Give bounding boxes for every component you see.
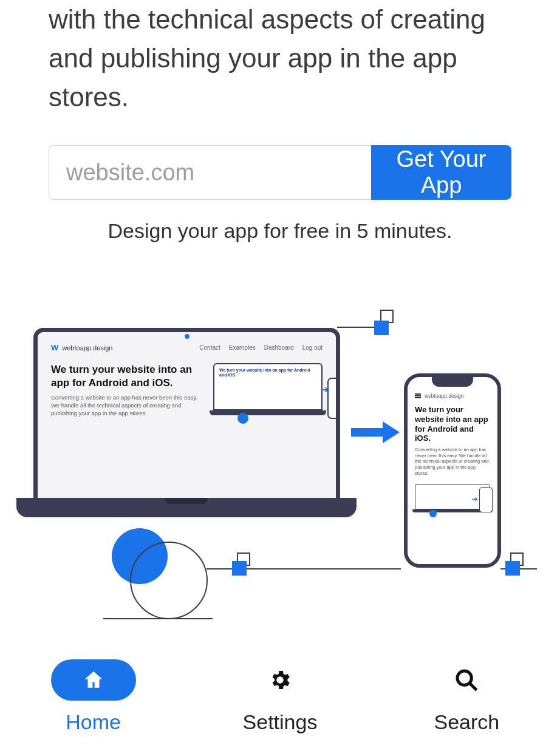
- site-body-text: Converting a website to an app has never…: [51, 394, 202, 417]
- nav-label: Settings: [243, 710, 318, 734]
- gear-icon: [268, 668, 292, 692]
- bottom-navigation: Home Settings Search: [0, 645, 560, 748]
- nav-contact: Contact: [199, 344, 220, 351]
- svg-point-0: [457, 671, 471, 685]
- nav-logout: Log out: [302, 344, 323, 351]
- arrow-right-icon: ➔: [472, 495, 478, 503]
- decorative-circle-outline: [130, 542, 208, 619]
- nav-label: Search: [434, 710, 499, 734]
- phone-mockup: webtoapp.design We turn your website int…: [404, 373, 501, 568]
- brand-name: webtoapp.design: [62, 344, 112, 352]
- phone-headline: We turn your website into an app for And…: [415, 405, 490, 443]
- url-input-row: Get Your App: [49, 145, 511, 200]
- phone-body-text: Converting a website to an app has never…: [415, 447, 490, 477]
- home-icon: [81, 668, 106, 692]
- website-url-input[interactable]: [49, 145, 371, 200]
- arrow-right-icon: [351, 421, 400, 443]
- mini-illustration: We turn your website into an app for And…: [213, 363, 323, 415]
- brand-logo-icon: W: [51, 343, 58, 352]
- nav-search[interactable]: Search: [374, 645, 560, 748]
- nav-label: Home: [66, 710, 121, 734]
- nav-examples: Examples: [229, 344, 256, 351]
- phone-brand-name: webtoapp.design: [425, 393, 463, 399]
- svg-line-1: [470, 683, 477, 690]
- hero-subline: Design your app for free in 5 minutes.: [49, 219, 511, 243]
- hero-illustration: W webtoapp.design Contact Examples Dashb…: [0, 316, 560, 631]
- nav-home[interactable]: Home: [0, 645, 186, 748]
- nav-dashboard: Dashboard: [264, 344, 294, 351]
- nav-settings[interactable]: Settings: [186, 645, 373, 748]
- site-top-nav: Contact Examples Dashboard Log out: [199, 344, 323, 351]
- laptop-mockup: W webtoapp.design Contact Examples Dashb…: [33, 328, 340, 517]
- brand: W webtoapp.design: [51, 343, 112, 352]
- site-headline: We turn your website into an app for And…: [51, 363, 202, 389]
- hamburger-icon: [415, 393, 421, 398]
- search-icon: [454, 668, 479, 692]
- get-your-app-button[interactable]: Get Your App: [371, 145, 511, 200]
- hero-lead-text: with the technical aspects of creating a…: [49, 0, 511, 116]
